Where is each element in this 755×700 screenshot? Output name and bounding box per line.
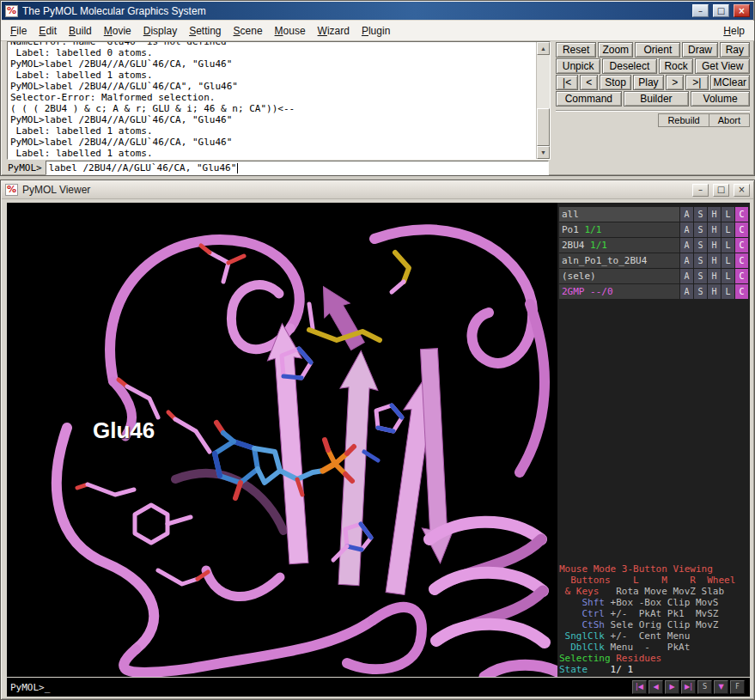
object-a-menu-button[interactable]: A bbox=[680, 222, 693, 237]
button-orient[interactable]: Orient bbox=[635, 42, 680, 58]
object-l-menu-button[interactable]: L bbox=[722, 269, 734, 283]
minimize-button[interactable]: – bbox=[692, 4, 709, 17]
object-s-menu-button[interactable]: S bbox=[694, 238, 707, 253]
object-name[interactable]: (sele) bbox=[559, 269, 679, 283]
object-l-menu-button[interactable]: L bbox=[722, 207, 734, 222]
scroll-up-icon[interactable]: ▲ bbox=[537, 42, 550, 55]
button-get-view[interactable]: Get View bbox=[695, 58, 750, 74]
button-stop[interactable]: Stop bbox=[600, 75, 630, 90]
menu-edit[interactable]: Edit bbox=[33, 22, 63, 40]
viewer-minimize-button[interactable]: – bbox=[692, 184, 709, 197]
button-unpick[interactable]: Unpick bbox=[556, 58, 600, 74]
object-c-menu-button[interactable]: C bbox=[735, 238, 748, 253]
object-h-menu-button[interactable]: H bbox=[708, 253, 721, 268]
object-a-menu-button[interactable]: A bbox=[680, 269, 693, 283]
button-abort[interactable]: Abort bbox=[709, 113, 750, 127]
mouse-panel-line: Shft +Box -Box Clip MovS bbox=[559, 597, 748, 608]
button-btn[interactable]: >| bbox=[685, 75, 708, 90]
menu-display[interactable]: Display bbox=[137, 22, 183, 40]
console-line: Label: labelled 1 atoms. bbox=[10, 70, 536, 81]
object-h-menu-button[interactable]: H bbox=[708, 269, 721, 283]
button-volume[interactable]: Volume bbox=[691, 91, 750, 107]
molecule-render[interactable] bbox=[7, 203, 557, 677]
object-l-menu-button[interactable]: L bbox=[722, 284, 734, 299]
viewer-maximize-button[interactable]: □ bbox=[713, 184, 729, 197]
close-button[interactable]: × bbox=[734, 4, 750, 17]
menu-setting[interactable]: Setting bbox=[183, 22, 227, 40]
menu-scene[interactable]: Scene bbox=[228, 22, 269, 40]
mouse-panel-line: Buttons L M R Wheel bbox=[559, 575, 748, 586]
object-name[interactable]: 2BU4 1/1 bbox=[559, 238, 679, 253]
object-row-2bu4: 2BU4 1/1ASHLC bbox=[559, 238, 748, 253]
object-a-menu-button[interactable]: A bbox=[680, 238, 693, 253]
console-line: PyMOL>label /2BU4//A/GLU`46/CA, "Glu46" bbox=[10, 137, 536, 148]
button-zoom[interactable]: Zoom bbox=[598, 42, 633, 58]
button-reset[interactable]: Reset bbox=[556, 42, 596, 58]
object-name[interactable]: Po1 1/1 bbox=[559, 222, 679, 237]
menu-down-button[interactable]: ▼ bbox=[714, 680, 728, 694]
scrollbar-track[interactable] bbox=[537, 55, 550, 146]
button-mclear[interactable]: MClear bbox=[710, 75, 750, 90]
button-play[interactable]: Play bbox=[633, 75, 664, 90]
object-s-menu-button[interactable]: S bbox=[694, 284, 707, 299]
menu-mouse[interactable]: Mouse bbox=[269, 22, 312, 40]
object-h-menu-button[interactable]: H bbox=[708, 238, 721, 253]
object-c-menu-button[interactable]: C bbox=[735, 269, 748, 283]
object-s-menu-button[interactable]: S bbox=[694, 207, 707, 222]
main-titlebar[interactable]: % The PyMOL Molecular Graphics System – … bbox=[2, 2, 753, 20]
object-c-menu-button[interactable]: C bbox=[735, 222, 748, 237]
minimize-icon: – bbox=[698, 186, 703, 194]
menu-file[interactable]: File bbox=[4, 22, 33, 40]
molecule-viewport[interactable]: Glu46 bbox=[7, 203, 557, 677]
button-rock[interactable]: Rock bbox=[659, 58, 694, 74]
button-btn[interactable]: < bbox=[580, 75, 598, 90]
object-s-menu-button[interactable]: S bbox=[694, 222, 707, 237]
object-name[interactable]: all bbox=[559, 207, 679, 222]
button-btn[interactable]: > bbox=[666, 75, 684, 90]
maximize-button[interactable]: □ bbox=[713, 4, 729, 17]
scrollbar-thumb[interactable] bbox=[537, 108, 550, 146]
object-a-menu-button[interactable]: A bbox=[680, 253, 693, 268]
viewer-close-button[interactable]: × bbox=[734, 184, 750, 197]
viewer-prompt[interactable]: PyMOL>_ bbox=[7, 682, 632, 693]
mouse-panel-line: Mouse Mode 3-Button Viewing bbox=[559, 563, 748, 575]
viewer-titlebar[interactable]: % PyMOL Viewer – □ × bbox=[2, 181, 753, 199]
menu-plugin[interactable]: Plugin bbox=[356, 22, 396, 40]
frame-last-button[interactable]: ▶| bbox=[681, 680, 696, 694]
button-command[interactable]: Command bbox=[556, 91, 622, 107]
object-l-menu-button[interactable]: L bbox=[722, 222, 734, 237]
menu-help[interactable]: Help bbox=[717, 22, 751, 40]
menu-wizard[interactable]: Wizard bbox=[312, 22, 356, 40]
object-c-menu-button[interactable]: C bbox=[735, 253, 748, 268]
object-name[interactable]: aln_Po1_to_2BU4 bbox=[559, 253, 679, 268]
object-h-menu-button[interactable]: H bbox=[708, 207, 721, 222]
object-c-menu-button[interactable]: C bbox=[735, 207, 748, 222]
button-ray[interactable]: Ray bbox=[720, 42, 750, 58]
object-a-menu-button[interactable]: A bbox=[680, 207, 693, 222]
command-input[interactable]: label /2BU4//A/GLU`46/CA, "Glu46" bbox=[46, 161, 549, 175]
frame-first-button[interactable]: |◀ bbox=[632, 680, 647, 694]
object-h-menu-button[interactable]: H bbox=[708, 222, 721, 237]
object-l-menu-button[interactable]: L bbox=[722, 253, 734, 268]
scroll-down-icon[interactable]: ▼ bbox=[537, 146, 550, 159]
scene-button[interactable]: S bbox=[697, 680, 712, 694]
object-h-menu-button[interactable]: H bbox=[708, 284, 721, 299]
button-draw[interactable]: Draw bbox=[682, 42, 717, 58]
object-s-menu-button[interactable]: S bbox=[694, 269, 707, 283]
button-deselect[interactable]: Deselect bbox=[602, 58, 657, 74]
menu-movie[interactable]: Movie bbox=[98, 22, 137, 40]
frame-prev-button[interactable]: ◀ bbox=[648, 680, 663, 694]
frame-play-button[interactable]: ▶ bbox=[665, 680, 679, 694]
button-rebuild[interactable]: Rebuild bbox=[658, 113, 709, 127]
object-s-menu-button[interactable]: S bbox=[694, 253, 707, 268]
text-caret bbox=[237, 163, 238, 173]
object-l-menu-button[interactable]: L bbox=[722, 238, 734, 253]
console-scrollbar[interactable]: ▲ ▼ bbox=[536, 42, 550, 159]
menu-build[interactable]: Build bbox=[63, 22, 98, 40]
object-name[interactable]: 2GMP --/0 bbox=[559, 284, 679, 299]
button-builder[interactable]: Builder bbox=[624, 91, 690, 107]
fullscreen-button[interactable]: F bbox=[730, 680, 745, 694]
object-a-menu-button[interactable]: A bbox=[680, 284, 693, 299]
object-c-menu-button[interactable]: C bbox=[735, 284, 748, 299]
button-btn[interactable]: |< bbox=[556, 75, 578, 90]
